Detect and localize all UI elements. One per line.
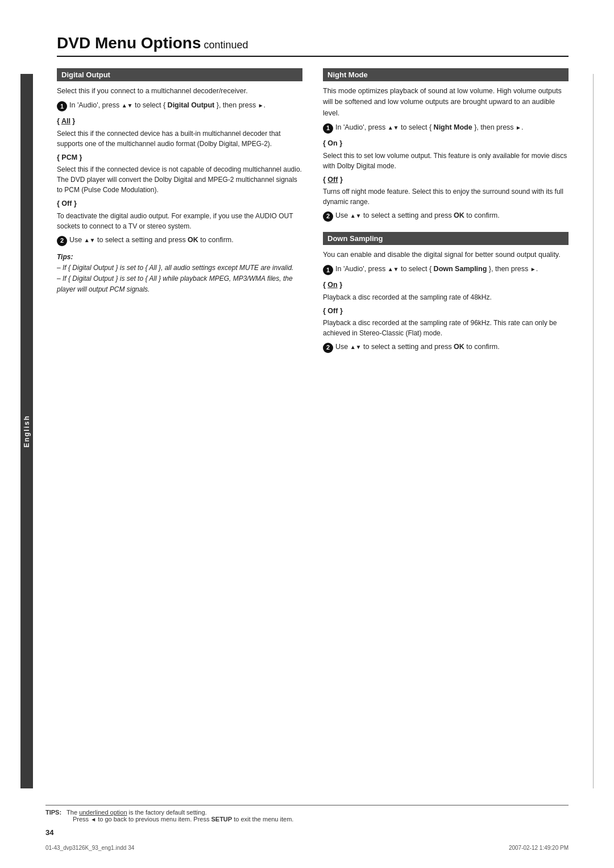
english-sidebar: English [20,74,33,788]
on-desc-night: Select this to set low volume output. Th… [323,151,569,171]
night-mode-header: Night Mode [323,68,569,81]
step1-circle-night: 1 [323,123,333,134]
night-mode-intro: This mode optimizes playback of sound at… [323,86,569,119]
two-column-layout: Digital Output Select this if you connec… [57,68,569,358]
on-label-ds: { On } [323,280,569,290]
step1-circle: 1 [57,101,67,111]
arrow-up-icon6 [350,343,356,351]
left-column: Digital Output Select this if you connec… [57,68,302,358]
step1-circle-ds: 1 [323,265,333,275]
footer-tips-line1: The underlined option is the factory def… [67,809,206,816]
pcm-desc: Select this if the connected device is n… [57,164,302,195]
arrow-right-icon [258,101,264,109]
arrow-left-icon [90,816,96,823]
night-mode-body: This mode optimizes playback of sound at… [323,86,569,222]
all-label: { All } [57,116,302,127]
off-label-digital: { Off } [57,198,302,209]
step2-circle: 2 [57,236,67,246]
step1-text: In 'Audio', press to select { Digital Ou… [69,100,302,111]
off-desc-night: Turns off night mode feature. Select thi… [323,186,569,207]
page-title: DVD Menu Options continued [57,34,569,57]
off-desc-ds: Playback a disc recorded at the sampling… [323,318,569,338]
step2-circle-ds: 2 [323,343,333,353]
footer-meta-right: 2007-02-12 1:49:20 PM [509,845,569,851]
step2-text-ds: Use to select a setting and press OK to … [335,342,569,352]
right-border-line [593,74,594,788]
arrow-down-icon6 [356,343,362,351]
step2-text-night: Use to select a setting and press OK to … [335,210,569,221]
right-column: Night Mode This mode optimizes playback … [323,68,569,358]
english-label: English [23,415,31,447]
off-label-ds: { Off } [323,306,569,317]
digital-output-tips: Tips: – If { Digital Output } is set to … [57,252,302,296]
digital-output-intro: Select this if you connect to a multicha… [57,86,302,97]
digital-output-header: Digital Output [57,68,302,81]
arrow-down-icon3 [393,123,399,131]
arrow-up-icon2 [84,236,90,244]
off-desc-digital: To deactivate the digital audio output. … [57,211,302,231]
off-label-night: { Off } [323,175,569,185]
footer-tips-label: TIPS: [45,809,61,816]
arrow-up-icon4 [350,211,356,219]
step2-circle-night: 2 [323,211,333,222]
down-sampling-step1: 1 In 'Audio', press to select { Down Sam… [323,264,569,275]
digital-output-body: Select this if you connect to a multicha… [57,86,302,295]
arrow-right-icon2 [516,123,521,131]
down-sampling-intro: You can enable and disable the digital s… [323,250,569,260]
arrow-right-icon3 [530,265,536,273]
arrow-down-icon5 [393,265,399,273]
step1-text-night: In 'Audio', press to select { Night Mode… [335,122,569,133]
all-desc: Select this if the connected device has … [57,128,302,149]
arrow-down-icon4 [356,211,362,219]
night-mode-step1: 1 In 'Audio', press to select { Night Mo… [323,122,569,134]
digital-output-step1: 1 In 'Audio', press to select { Digital … [57,100,302,111]
footer-bar: TIPS: The underlined option is the facto… [45,805,569,823]
pcm-label: { PCM } [57,152,302,163]
step1-text-ds: In 'Audio', press to select { Down Sampl… [335,264,569,275]
down-sampling-body: You can enable and disable the digital s… [323,250,569,353]
footer-tips-line2: Press to go back to previous menu item. … [73,816,293,823]
down-sampling-step2: 2 Use to select a setting and press OK t… [323,342,569,353]
on-label-night: { On } [323,138,569,149]
down-sampling-header: Down Sampling [323,232,569,245]
arrow-up-icon3 [388,123,393,131]
footer-meta-left: 01-43_dvp3126K_93_eng1.indd 34 [45,845,134,851]
night-mode-step2: 2 Use to select a setting and press OK t… [323,210,569,222]
on-desc-ds: Playback a disc recorded at the sampling… [323,292,569,302]
arrow-down-icon2 [90,236,96,244]
arrow-down-icon [127,101,133,109]
page-number: 34 [45,828,53,837]
arrow-up-icon5 [388,265,393,273]
digital-output-step2: 2 Use to select a setting and press OK t… [57,235,302,246]
step2-text: Use to select a setting and press OK to … [69,235,302,246]
arrow-up-icon [122,101,127,109]
